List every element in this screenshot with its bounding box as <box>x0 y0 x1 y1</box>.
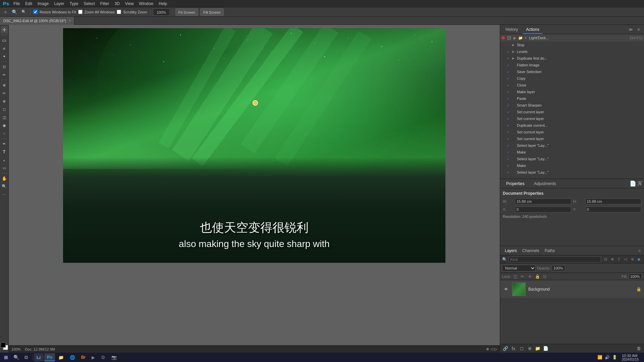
tab-layers[interactable]: Layers <box>502 246 520 255</box>
foreground-color-swatch[interactable] <box>1 343 6 348</box>
path-tool[interactable]: ⟁ <box>1 156 8 164</box>
blend-mode-select[interactable]: Normal <box>502 265 536 272</box>
filter-adjust-icon[interactable]: ⊕ <box>609 256 615 262</box>
menu-3d[interactable]: 3D <box>112 0 122 7</box>
extra-tool[interactable]: ··· <box>1 191 8 198</box>
action-item-paste[interactable]: ✓ Paste <box>500 95 644 102</box>
sys-volume-icon[interactable]: 🔊 <box>604 354 610 360</box>
menu-type[interactable]: Type <box>67 0 81 7</box>
taskbar-browser[interactable]: 🌐 <box>67 353 78 361</box>
filter-type-icon[interactable]: T <box>616 256 622 262</box>
zoom-icon-2[interactable]: 🔍 <box>20 8 28 16</box>
layer-visibility-icon[interactable]: 👁 <box>503 286 509 293</box>
x-input[interactable] <box>515 206 571 213</box>
fit-screen-button[interactable]: Fit Screen <box>175 8 198 16</box>
add-adjustment-btn[interactable]: ⊕ <box>526 345 533 352</box>
action-item-save-sel[interactable]: ✓ Save Selection <box>500 68 644 75</box>
taskbar-bridge[interactable]: Br <box>78 353 88 361</box>
status-icon-1[interactable]: ⊕ <box>486 347 489 351</box>
action-item-select-lay-3[interactable]: ✓ Select layer "Lay..." <box>500 169 644 176</box>
lock-position-icon[interactable]: ✛ <box>527 274 533 280</box>
menu-layer[interactable]: Layer <box>51 0 67 7</box>
taskbar-lightroom[interactable]: Lr <box>34 353 44 361</box>
start-button[interactable]: ⊞ <box>1 353 11 361</box>
menu-filter[interactable]: Filter <box>98 0 112 7</box>
filter-pixel-icon[interactable]: ⊡ <box>602 256 608 262</box>
marquee-tool[interactable]: ▭ <box>1 37 8 44</box>
action-item-set-layer-1[interactable]: ✓ Set current layer <box>500 109 644 115</box>
action-item-dup-current[interactable]: ✓ Duplicate current... <box>500 122 644 129</box>
filter-toggle[interactable]: ◉ <box>636 256 642 262</box>
zoom-icon-1[interactable]: 🔍 <box>11 8 18 16</box>
action-item-make-2[interactable]: ✓ Make <box>500 162 644 169</box>
tab-history[interactable]: History <box>502 25 521 34</box>
action-item-make-layer[interactable]: ✓ Make layer <box>500 88 644 95</box>
add-layer-btn[interactable]: 📄 <box>542 345 549 352</box>
y-input[interactable] <box>585 206 642 213</box>
status-icon-2[interactable]: ◁ <box>490 347 493 351</box>
menu-view[interactable]: View <box>122 0 137 7</box>
eyedropper-tool[interactable]: ✏ <box>1 71 8 78</box>
tab-adjustments[interactable]: Adjustments <box>531 179 559 188</box>
opacity-input[interactable] <box>552 265 565 271</box>
text-tool[interactable]: T <box>1 148 8 156</box>
menu-select[interactable]: Select <box>81 0 97 7</box>
file-tab-close[interactable]: × <box>69 19 71 22</box>
add-mask-btn[interactable]: ◻ <box>518 345 525 352</box>
gradient-tool[interactable]: ◫ <box>1 114 8 121</box>
action-item-select-lay-1[interactable]: ✓ Select layer "Lay..." <box>500 142 644 149</box>
sys-wifi-icon[interactable]: 📶 <box>597 354 603 360</box>
lock-image-icon[interactable]: ✏ <box>520 274 526 280</box>
add-style-btn[interactable]: fx <box>510 345 517 352</box>
action-item-make-1[interactable]: ✓ Make <box>500 149 644 156</box>
dodge-tool[interactable]: ○ <box>1 130 8 137</box>
layer-item-background[interactable]: 👁 Background 🔒 <box>500 280 644 299</box>
lasso-tool[interactable]: ⌀ <box>1 45 8 52</box>
fill-input[interactable] <box>629 274 642 280</box>
fill-screen-button[interactable]: Fill Screen <box>200 8 224 16</box>
search-taskbar-btn[interactable]: 🔍 <box>11 353 21 361</box>
action-item-set-layer-3[interactable]: ✓ Set current layer <box>500 129 644 135</box>
tab-channels[interactable]: Channels <box>520 246 542 255</box>
action-item-set-layer-4[interactable]: ✓ Set current layer <box>500 135 644 142</box>
action-item-set-layer-2[interactable]: ✓ Set current layer <box>500 115 644 122</box>
action-item-close[interactable]: ✓ Close <box>500 82 644 88</box>
zoom-all-checkbox[interactable] <box>78 10 83 14</box>
action-set-expand[interactable]: ▼ <box>524 36 528 40</box>
lock-artboards-icon[interactable]: ⊡ <box>542 274 548 280</box>
healing-tool[interactable]: ⊕ <box>1 81 8 89</box>
sys-battery-icon[interactable]: 🔋 <box>612 354 618 360</box>
panel-expand-icon[interactable]: ≫ <box>627 26 634 33</box>
resize-windows-checkbox[interactable] <box>33 10 38 14</box>
status-icon-3[interactable]: ▷ <box>494 347 497 351</box>
taskbar-camera[interactable]: 📷 <box>109 353 119 361</box>
action-item-select-lay-2[interactable]: ✓ Select layer "Lay..." <box>500 156 644 162</box>
action-item-flatten[interactable]: ✓ Flatten Image <box>500 62 644 68</box>
fg-bg-swatches[interactable] <box>1 343 8 350</box>
scrubby-zoom-checkbox[interactable] <box>117 10 121 14</box>
height-input[interactable] <box>585 198 642 204</box>
action-set-header[interactable]: ▶ 📁 ▼ Light/Dark... Ctrl+F12 <box>500 34 644 42</box>
tab-paths[interactable]: Paths <box>542 246 558 255</box>
delete-layer-btn[interactable]: 🗑 <box>635 345 642 352</box>
action-item-stop[interactable]: ▶ Stop <box>500 42 644 48</box>
move-tool[interactable]: ✛ <box>1 26 8 34</box>
taskbar-settings[interactable]: ⚙ <box>98 353 108 361</box>
shape-tool[interactable]: ▭ <box>1 164 8 172</box>
brush-tool[interactable]: ✏ <box>1 89 8 97</box>
blur-tool[interactable]: ◉ <box>1 122 8 129</box>
hand-tool[interactable]: ✋ <box>1 175 8 182</box>
link-layers-btn[interactable]: 🔗 <box>502 345 509 352</box>
action-item-levels[interactable]: ✓ ▶ Levels <box>500 48 644 55</box>
magic-wand-tool[interactable]: ✦ <box>1 53 8 60</box>
action-item-copy[interactable]: ✓ Copy <box>500 75 644 82</box>
lock-transparency-icon[interactable]: ◫ <box>512 274 518 280</box>
menu-file[interactable]: File <box>11 0 22 7</box>
crop-tool[interactable]: ⊡ <box>1 63 8 70</box>
menu-edit[interactable]: Edit <box>22 0 35 7</box>
action-item-dup-first[interactable]: ✓ ▶ Duplicate first do... <box>500 55 644 62</box>
tab-actions[interactable]: Actions <box>523 25 542 34</box>
pen-tool[interactable]: ✒ <box>1 140 8 147</box>
filter-shape-icon[interactable]: ▭ <box>623 256 629 262</box>
taskbar-photoshop[interactable]: Ps <box>44 353 55 361</box>
